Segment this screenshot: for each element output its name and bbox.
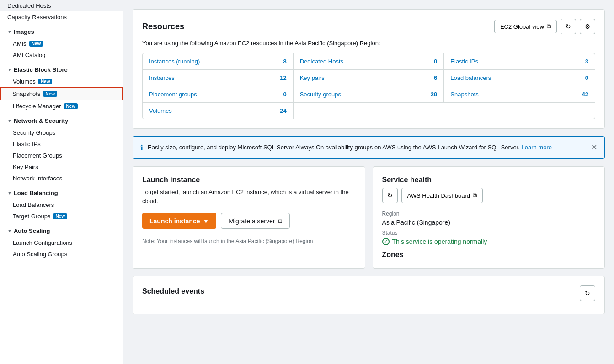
sidebar-item-ami-catalog-label: AMI Catalog bbox=[13, 52, 46, 58]
sidebar-item-capacity-reservations[interactable]: Capacity Reservations bbox=[0, 11, 123, 23]
resource-cell-dedicated-hosts: Dedicated Hosts 0 bbox=[294, 53, 444, 70]
sidebar-section-images[interactable]: Images bbox=[0, 23, 123, 38]
sidebar-item-snapshots[interactable]: Snapshots New bbox=[0, 87, 123, 100]
scheduled-events-refresh-button[interactable]: ↻ bbox=[580, 285, 595, 301]
aws-health-dashboard-button[interactable]: AWS Health Dashboard ⧉ bbox=[401, 188, 483, 203]
resource-cell-instances: Instances 12 bbox=[143, 70, 294, 86]
lifecycle-badge: New bbox=[64, 103, 78, 109]
learn-more-link[interactable]: Learn more bbox=[521, 144, 551, 151]
migrate-server-button[interactable]: Migrate a server ⧉ bbox=[221, 213, 290, 229]
scheduled-events-card: Scheduled events ↻ bbox=[133, 276, 605, 314]
resources-actions: EC2 Global view ⧉ ↻ ⚙ bbox=[494, 19, 595, 34]
ec2-global-view-label: EC2 Global view bbox=[500, 23, 544, 30]
sidebar-item-target-groups[interactable]: Target Groups New bbox=[0, 211, 123, 222]
refresh-icon: ↻ bbox=[387, 192, 393, 199]
launch-instance-card: Launch instance To get started, launch a… bbox=[133, 166, 365, 269]
sidebar-item-snapshots-label: Snapshots bbox=[12, 90, 40, 97]
launch-instance-label: Launch instance bbox=[149, 217, 200, 225]
settings-icon: ⚙ bbox=[585, 23, 591, 30]
region-label: Region bbox=[382, 211, 596, 217]
snapshots-badge: New bbox=[43, 91, 57, 97]
aws-health-dashboard-label: AWS Health Dashboard bbox=[407, 192, 470, 199]
dedicated-hosts-link[interactable]: Dedicated Hosts bbox=[300, 58, 343, 65]
sidebar-section-ebs[interactable]: Elastic Block Store bbox=[0, 61, 123, 76]
sidebar-item-placement-groups-label: Placement Groups bbox=[13, 152, 62, 159]
refresh-icon: ↻ bbox=[566, 23, 571, 30]
migrate-external-icon: ⧉ bbox=[278, 217, 282, 225]
sidebar-item-lifecycle-manager[interactable]: Lifecycle Manager New bbox=[0, 100, 123, 112]
snapshots-count: 42 bbox=[582, 91, 588, 98]
external-link-icon: ⧉ bbox=[547, 23, 551, 30]
sidebar-item-placement-groups[interactable]: Placement Groups bbox=[0, 150, 123, 161]
launch-instance-actions: Launch instance ▼ Migrate a server ⧉ bbox=[142, 213, 356, 229]
sidebar: Dedicated Hosts Capacity Reservations Im… bbox=[0, 0, 123, 364]
placement-groups-link[interactable]: Placement groups bbox=[149, 91, 197, 98]
sidebar-item-launch-configurations[interactable]: Launch Configurations bbox=[0, 237, 123, 248]
service-health-refresh-button[interactable]: ↻ bbox=[382, 188, 398, 203]
placement-groups-count: 0 bbox=[283, 91, 286, 98]
sidebar-section-load-balancing[interactable]: Load Balancing bbox=[0, 184, 123, 199]
security-groups-link[interactable]: Security groups bbox=[300, 91, 341, 98]
scheduled-refresh-icon: ↻ bbox=[585, 290, 590, 297]
load-balancers-link[interactable]: Load balancers bbox=[450, 74, 491, 81]
load-balancers-count: 0 bbox=[585, 74, 588, 81]
service-health-title: Service health bbox=[382, 176, 596, 184]
service-health-card: Service health ↻ AWS Health Dashboard ⧉ … bbox=[373, 166, 605, 269]
volumes-badge: New bbox=[38, 79, 53, 84]
launch-instance-button[interactable]: Launch instance ▼ bbox=[142, 213, 216, 229]
sidebar-item-volumes[interactable]: Volumes New bbox=[0, 76, 123, 87]
status-value: ✓ This service is operating normally bbox=[382, 238, 596, 245]
sidebar-item-network-interfaces[interactable]: Network Interfaces bbox=[0, 173, 123, 184]
resources-card: Resources EC2 Global view ⧉ ↻ ⚙ You are … bbox=[133, 9, 605, 129]
sidebar-section-auto-scaling[interactable]: Auto Scaling bbox=[0, 222, 123, 237]
volumes-count: 24 bbox=[280, 107, 286, 114]
resource-cell-empty1 bbox=[294, 103, 444, 119]
elastic-ips-link[interactable]: Elastic IPs bbox=[450, 58, 478, 65]
security-groups-count: 29 bbox=[431, 91, 437, 98]
snapshots-link[interactable]: Snapshots bbox=[450, 91, 478, 98]
resources-refresh-button[interactable]: ↻ bbox=[561, 19, 576, 34]
volumes-link[interactable]: Volumes bbox=[149, 107, 172, 114]
instances-link[interactable]: Instances bbox=[149, 74, 175, 81]
resource-cell-key-pairs: Key pairs 6 bbox=[294, 70, 444, 86]
target-groups-badge: New bbox=[53, 213, 67, 219]
health-external-icon: ⧉ bbox=[473, 192, 477, 199]
bottom-panels: Launch instance To get started, launch a… bbox=[133, 166, 605, 276]
sidebar-item-load-balancers[interactable]: Load Balancers bbox=[0, 199, 123, 211]
resource-cell-security-groups: Security groups 29 bbox=[294, 86, 444, 103]
sidebar-section-network[interactable]: Network & Security bbox=[0, 112, 123, 127]
sidebar-item-dedicated-hosts[interactable]: Dedicated Hosts bbox=[0, 0, 123, 11]
sidebar-item-auto-scaling-groups[interactable]: Auto Scaling Groups bbox=[0, 248, 123, 260]
resource-cell-volumes: Volumes 24 bbox=[143, 103, 294, 119]
key-pairs-count: 6 bbox=[434, 74, 437, 81]
resources-settings-button[interactable]: ⚙ bbox=[580, 19, 595, 34]
status-text: This service is operating normally bbox=[392, 238, 487, 245]
banner-close-button[interactable]: ✕ bbox=[587, 143, 597, 152]
info-icon: ℹ bbox=[140, 143, 143, 152]
resource-cell-snapshots: Snapshots 42 bbox=[444, 86, 595, 103]
instances-running-link[interactable]: Instances (running) bbox=[149, 58, 200, 65]
sidebar-item-elastic-ips[interactable]: Elastic IPs bbox=[0, 138, 123, 150]
scheduled-events-header: Scheduled events ↻ bbox=[142, 285, 595, 301]
sidebar-item-key-pairs[interactable]: Key Pairs bbox=[0, 161, 123, 173]
resource-cell-instances-running: Instances (running) 8 bbox=[143, 53, 294, 70]
resources-title: Resources bbox=[142, 22, 184, 32]
service-health-actions: ↻ AWS Health Dashboard ⧉ bbox=[382, 188, 596, 203]
elastic-ips-count: 3 bbox=[585, 58, 588, 65]
sidebar-item-network-interfaces-label: Network Interfaces bbox=[13, 175, 62, 182]
sidebar-item-ami-catalog[interactable]: AMI Catalog bbox=[0, 49, 123, 61]
migrate-server-label: Migrate a server bbox=[229, 217, 275, 225]
dedicated-hosts-count: 0 bbox=[434, 58, 437, 65]
zones-label: Zones bbox=[382, 251, 596, 259]
info-banner-content: ℹ Easily size, configure, and deploy Mic… bbox=[140, 143, 587, 152]
sidebar-item-launch-configs-label: Launch Configurations bbox=[13, 239, 72, 246]
sidebar-item-amis[interactable]: AMIs New bbox=[0, 38, 123, 49]
sidebar-item-security-groups[interactable]: Security Groups bbox=[0, 127, 123, 138]
launch-instance-title: Launch instance bbox=[142, 176, 356, 184]
sidebar-item-amis-label: AMIs bbox=[13, 40, 27, 47]
status-label: Status bbox=[382, 230, 596, 236]
sidebar-item-auto-scaling-groups-label: Auto Scaling Groups bbox=[13, 251, 67, 258]
ec2-global-view-button[interactable]: EC2 Global view ⧉ bbox=[494, 20, 557, 33]
sidebar-item-key-pairs-label: Key Pairs bbox=[13, 164, 38, 170]
key-pairs-link[interactable]: Key pairs bbox=[300, 74, 325, 81]
